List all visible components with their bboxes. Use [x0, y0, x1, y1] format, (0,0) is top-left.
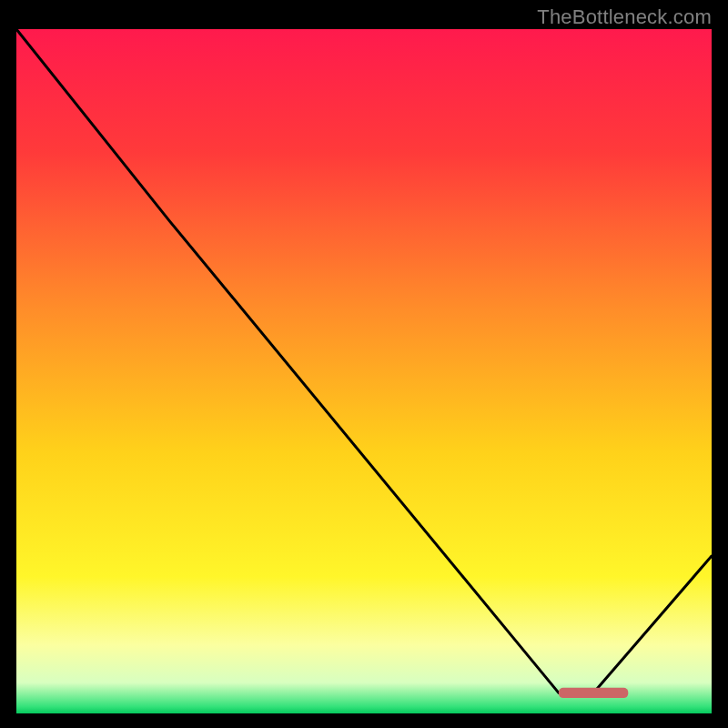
watermark-text: TheBottleneck.com [537, 5, 712, 29]
highlight-marker [559, 688, 628, 698]
gradient-background [16, 29, 712, 713]
chart-frame: TheBottleneck.com [0, 0, 728, 728]
chart-svg [16, 29, 712, 713]
plot-area [16, 29, 712, 713]
